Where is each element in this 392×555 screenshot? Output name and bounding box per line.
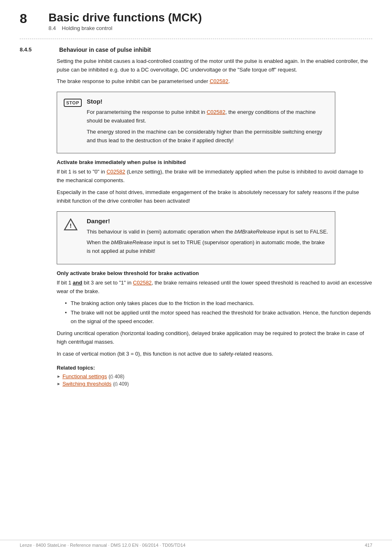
- c02582-link-1[interactable]: C02582: [210, 78, 228, 84]
- bullet-list: The braking action only takes places due…: [65, 299, 372, 326]
- section-num-label: 8.4: [48, 25, 56, 31]
- chapter-number: 8: [20, 12, 44, 26]
- related-link-2: ► Switching thresholds (⎙ 409): [57, 381, 372, 387]
- stop-title: Stop!: [87, 98, 328, 105]
- activate-para2: Especially in the case of hoist drives, …: [57, 188, 372, 206]
- danger-para1-suffix: input is set to FALSE.: [276, 229, 328, 235]
- danger-box: ! Danger! This behaviour is valid in (se…: [57, 211, 335, 264]
- threshold-para3: In case of vertical motion (bit 3 = 0), …: [57, 350, 372, 358]
- danger-content: Danger! This behaviour is valid in (semi…: [87, 217, 328, 258]
- activate-para1-prefix: If bit 1 is set to "0" in: [57, 169, 106, 175]
- switching-thresholds-link[interactable]: Switching thresholds: [62, 381, 111, 387]
- page-header: 8 Basic drive functions (MCK) 8.4 Holdin…: [0, 0, 392, 31]
- c02582-link-3[interactable]: C02582: [106, 169, 125, 175]
- stop-para1-prefix: For parameterising the response to pulse…: [87, 109, 207, 115]
- threshold-para1-underline: and: [73, 280, 82, 286]
- stop-content: Stop! For parameterising the response to…: [87, 98, 328, 147]
- stop-para1: For parameterising the response to pulse…: [87, 108, 328, 125]
- danger-title: Danger!: [87, 217, 328, 224]
- c02582-link-2[interactable]: C02582: [207, 109, 226, 115]
- page: 8 Basic drive functions (MCK) 8.4 Holdin…: [0, 0, 392, 555]
- danger-para2: When the bMBrakeRelease input is set to …: [87, 238, 328, 256]
- threshold-para1: If bit 1 and bit 3 are set to "1" in C02…: [57, 279, 372, 296]
- activate-heading: Activate brake immediately when pulse is…: [57, 159, 372, 165]
- footer-left: Lenze · 8400 StateLine · Reference manua…: [20, 543, 185, 548]
- danger-para1: This behaviour is valid in (semi) automa…: [87, 228, 328, 236]
- section-divider: [20, 39, 372, 39]
- activate-para1: If bit 1 is set to "0" in C02582 (Lenze …: [57, 168, 372, 185]
- related-link-1: ► Functional settings (⎙ 408): [57, 373, 372, 379]
- stop-icon: STOP: [64, 99, 82, 107]
- footer-right: 417: [365, 543, 372, 548]
- threshold-para1-prefix: If bit 1: [57, 280, 73, 286]
- danger-para1-italic: bMBrakeRelease: [235, 229, 276, 235]
- list-item: The braking action only takes places due…: [65, 299, 372, 308]
- subsection-heading-row: 8.4.5 Behaviour in case of pulse inhibit: [20, 46, 372, 53]
- intro-para2: The brake response to pulse inhibit can …: [57, 77, 372, 86]
- functional-settings-pageref: (⎙ 408): [108, 374, 124, 379]
- functional-settings-link[interactable]: Functional settings: [62, 373, 107, 379]
- header-title-block: Basic drive functions (MCK) 8.4 Holding …: [48, 12, 202, 31]
- danger-para2-prefix: When the: [87, 239, 111, 245]
- danger-triangle-icon: !: [64, 218, 78, 231]
- threshold-para1-middle: bit 3 are set to "1" in: [82, 280, 133, 286]
- threshold-heading: Only activate brake below threshold for …: [57, 270, 372, 276]
- section-title-label: Holding brake control: [62, 25, 113, 31]
- intro-para2-prefix: The brake response to pulse inhibit can …: [57, 78, 210, 84]
- subsection-number: 8.4.5: [20, 46, 53, 53]
- danger-para1-prefix: This behaviour is valid in (semi) automa…: [87, 229, 235, 235]
- switching-thresholds-pageref: (⎙ 409): [113, 381, 129, 387]
- section-subtitle: 8.4 Holding brake control: [48, 25, 202, 31]
- page-footer: Lenze · 8400 StateLine · Reference manua…: [0, 540, 392, 548]
- c02582-link-4[interactable]: C02582: [133, 280, 152, 286]
- threshold-para2: During uncritical operation (horizontal …: [57, 329, 372, 347]
- stop-box: STOP Stop! For parameterising the respon…: [57, 92, 335, 153]
- arrow-icon-2: ►: [57, 382, 61, 386]
- subsection-title: Behaviour in case of pulse inhibit: [59, 46, 151, 53]
- arrow-icon-1: ►: [57, 374, 61, 379]
- intro-para1: Setting the pulse inhibit causes a load-…: [57, 57, 372, 74]
- related-topics-heading: Related topics:: [57, 365, 372, 371]
- stop-icon-container: STOP: [64, 99, 82, 107]
- intro-para2-suffix: .: [228, 78, 230, 84]
- danger-icon-container: !: [64, 218, 82, 231]
- stop-para2: The energy stored in the machine can be …: [87, 128, 328, 145]
- danger-para2-italic: bMBrakeRelease: [111, 239, 152, 245]
- list-item: The brake will not be applied until the …: [65, 309, 372, 326]
- main-content: 8.4.5 Behaviour in case of pulse inhibit…: [0, 46, 392, 413]
- svg-text:!: !: [70, 222, 72, 229]
- chapter-title: Basic drive functions (MCK): [48, 12, 202, 24]
